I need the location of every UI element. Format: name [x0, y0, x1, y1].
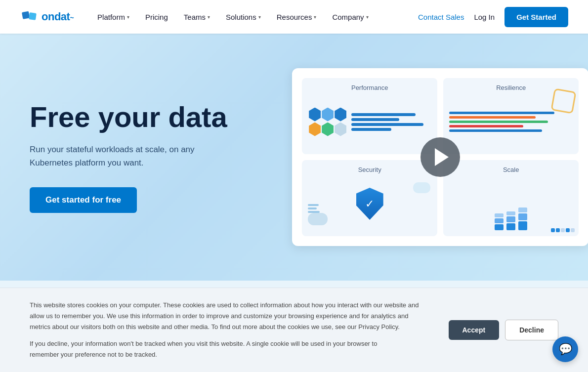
video-grid: Performance [292, 68, 588, 246]
grid-cell-security: Security ✓ [302, 160, 437, 236]
bar-seg [495, 218, 504, 223]
contact-sales-link[interactable]: Contact Sales [418, 13, 464, 21]
hero-right: Performance [282, 34, 588, 281]
scale-dots [551, 228, 575, 232]
perf-bar-4 [351, 128, 391, 131]
bar-group-3 [518, 207, 527, 230]
chevron-down-icon: ▾ [366, 14, 369, 20]
hero-cta-button[interactable]: Get started for free [30, 187, 137, 213]
perf-bars [351, 113, 431, 131]
cookie-main-text: This website stores cookies on your comp… [30, 300, 429, 332]
hex-gray [335, 123, 346, 136]
cloud-right [413, 182, 430, 193]
cookie-text-block: This website stores cookies on your comp… [30, 300, 429, 360]
grid-cell-performance: Performance [302, 78, 437, 154]
chevron-down-icon: ▾ [258, 14, 261, 20]
bar-seg [506, 223, 515, 230]
logo[interactable]: ondat~ [20, 9, 74, 24]
hero-title: Free your data [30, 101, 262, 133]
hex-blue [309, 108, 321, 122]
bar-seg [495, 213, 504, 217]
bar-group-1 [495, 213, 504, 230]
grid-cell-resilience: Resilience [443, 78, 579, 154]
nav-item-solutions[interactable]: Solutions ▾ [220, 9, 267, 25]
hex-light-blue [322, 108, 334, 122]
nav-items: Platform ▾ Pricing Teams ▾ Solutions ▾ R… [91, 9, 375, 25]
bar-group-2 [506, 211, 515, 230]
shield-icon: ✓ [356, 188, 383, 220]
nav-item-resources[interactable]: Resources ▾ [271, 9, 323, 25]
res-line-1 [449, 112, 554, 114]
cell-title-security: Security [308, 166, 431, 173]
svg-rect-1 [29, 12, 37, 20]
hex-blue-2 [335, 108, 346, 122]
bar-seg [518, 207, 527, 212]
get-started-button[interactable]: Get Started [504, 7, 568, 27]
grid-cell-scale: Scale [443, 160, 579, 236]
res-line-3 [449, 121, 548, 123]
svg-rect-0 [22, 11, 30, 19]
bar-seg [506, 211, 515, 215]
res-line-2 [449, 116, 536, 119]
perf-bar-3 [351, 123, 423, 126]
logo-icon [20, 9, 39, 24]
nav-item-company[interactable]: Company ▾ [326, 9, 374, 25]
scale-content [449, 177, 573, 230]
cookie-secondary-text: If you decline, your information won't b… [30, 338, 405, 360]
perf-bar-1 [351, 113, 416, 116]
sec-content: ✓ [308, 177, 431, 230]
play-button[interactable] [420, 137, 460, 177]
hero-left: Free your data Run your stateful workloa… [0, 34, 282, 281]
navbar-left: ondat~ Platform ▾ Pricing Teams ▾ Soluti… [20, 9, 375, 25]
sec-bars [308, 204, 320, 213]
res-line-5 [449, 129, 542, 132]
cookie-buttons: Accept Decline [449, 320, 559, 340]
nav-item-platform[interactable]: Platform ▾ [91, 9, 135, 25]
sec-bar-1 [308, 204, 319, 206]
perf-content [308, 95, 431, 148]
logo-wordmark: ondat~ [42, 10, 74, 23]
hero-subtitle: Run your stateful workloads at scale, on… [30, 143, 217, 169]
cell-title-scale: Scale [449, 166, 573, 173]
hex-green [322, 123, 334, 136]
sec-bar-3 [308, 211, 320, 213]
bar-seg [506, 216, 515, 222]
res-line-4 [449, 125, 523, 127]
bar-seg [518, 213, 527, 220]
sec-bar-2 [308, 207, 317, 209]
play-icon [435, 148, 449, 166]
bar-seg [518, 221, 527, 230]
hero-section: Free your data Run your stateful workloa… [0, 34, 588, 281]
perf-bar-2 [351, 118, 399, 121]
cloud-left [308, 213, 328, 225]
nav-item-pricing[interactable]: Pricing [139, 9, 174, 25]
navbar-right: Contact Sales Log In Get Started [418, 7, 568, 27]
hex-orange [309, 123, 321, 136]
hex-cluster [308, 108, 347, 136]
bar-seg [495, 224, 504, 230]
accept-button[interactable]: Accept [449, 320, 500, 340]
chevron-down-icon: ▾ [127, 14, 129, 20]
cell-title-performance: Performance [308, 84, 431, 91]
chevron-down-icon: ▾ [314, 14, 316, 20]
nav-item-teams[interactable]: Teams ▾ [178, 9, 216, 25]
login-link[interactable]: Log In [474, 13, 495, 21]
chat-bubble[interactable]: 💬 [552, 336, 578, 362]
decline-button[interactable]: Decline [505, 320, 558, 340]
res-shape [551, 88, 577, 114]
chevron-down-icon: ▾ [208, 14, 210, 20]
chat-icon: 💬 [559, 343, 572, 356]
navbar: ondat~ Platform ▾ Pricing Teams ▾ Soluti… [0, 0, 588, 34]
cookie-banner: This website stores cookies on your comp… [0, 288, 588, 372]
